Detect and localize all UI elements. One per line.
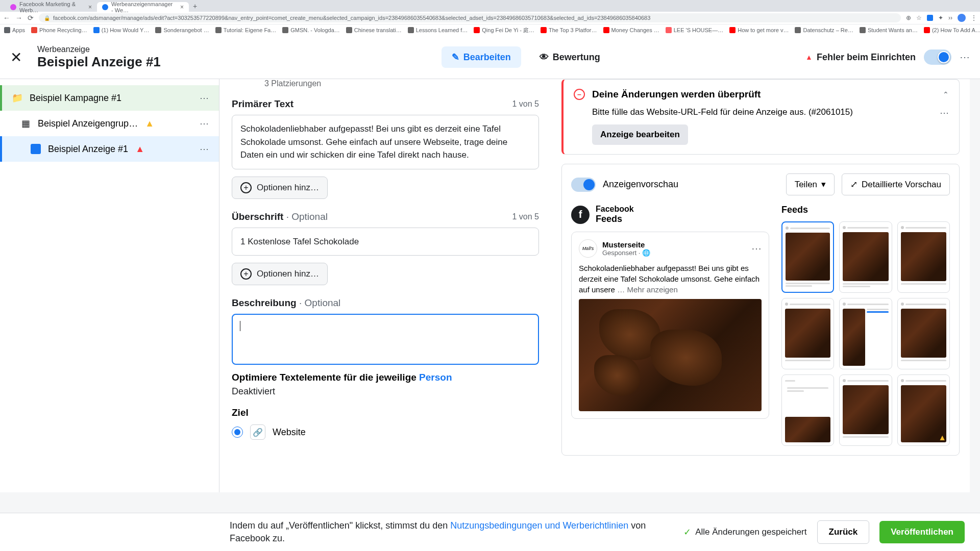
sidebar-item-adset[interactable]: ▦ Beispiel Anzeigengrup… ▲ ⋯ (0, 111, 219, 136)
warning-icon: ▲ (938, 433, 946, 442)
share-button[interactable]: Teilen ▾ (786, 173, 835, 195)
terms-link[interactable]: Nutzungsbedingungen und Werberichtlinien (450, 520, 628, 531)
radio-selected-icon (232, 427, 243, 438)
tab-edit[interactable]: ✎ Bearbeiten (442, 46, 521, 68)
bookmark-item[interactable]: Sonderangebot … (155, 27, 209, 33)
alert-menu[interactable]: ⋯ (940, 107, 949, 118)
placement-thumbnail[interactable] (839, 374, 892, 446)
placement-thumbnail[interactable] (781, 221, 834, 293)
facebook-icon: f (571, 206, 590, 224)
sidebar-item-campaign[interactable]: 📁 Beispiel Kampagne #1 ⋯ (0, 85, 219, 111)
pencil-icon: ✎ (452, 52, 459, 63)
ad-image-preview (579, 299, 762, 411)
extension-icon[interactable] (927, 15, 933, 21)
browser-tab[interactable]: Facebook Marketing & Werb… × (5, 2, 97, 12)
setup-error-badge[interactable]: ▲ Fehler beim Einrichten (805, 52, 916, 63)
bookmark-item[interactable]: (2) How To Add A… (924, 27, 980, 33)
ad-editor: 3 Platzierungen Primärer Text 1 von 5 Sc… (219, 79, 551, 492)
publish-button[interactable]: Veröffentlichen (879, 521, 965, 543)
url-actions: ⊕ ☆ ✦ ›› ⋮ (906, 14, 977, 22)
preview-main: f Facebook Feeds Mall's Musterseite Gesp… (571, 205, 769, 446)
back-button[interactable]: ← (3, 14, 10, 22)
puzzle-icon[interactable]: ✦ (938, 14, 943, 21)
new-tab-button[interactable]: + (189, 2, 201, 12)
item-menu[interactable]: ⋯ (200, 143, 209, 155)
primary-text-label: Primärer Text (232, 98, 293, 110)
bookmark-item[interactable]: Phone Recycling… (31, 27, 87, 33)
edit-ad-button[interactable]: Anzeige bearbeiten (592, 124, 688, 145)
more-menu[interactable]: ⋯ (960, 51, 970, 63)
nav-bar: ← → ⟳ 🔒 facebook.com/adsmanager/manage/a… (0, 12, 980, 24)
back-button[interactable]: Zurück (817, 520, 870, 544)
close-icon[interactable]: × (88, 4, 92, 11)
bookmark-item[interactable]: Money Changes … (603, 27, 659, 33)
alert-title: Deine Änderungen werden überprüft (592, 89, 936, 100)
tab-review[interactable]: 👁 Bewertung (529, 46, 610, 68)
add-primary-options-button[interactable]: + Optionen hinz… (232, 177, 328, 199)
tab-favicon-icon (102, 4, 108, 10)
ad-preview-mock: Mall's Musterseite Gesponsert · 🌐 ⋯ Scho… (571, 232, 769, 419)
close-button[interactable]: ✕ (10, 49, 22, 66)
placement-thumbnail[interactable] (781, 298, 834, 369)
destination-option-website[interactable]: 🔗 Website (232, 424, 539, 440)
status-toggle[interactable] (924, 49, 951, 65)
placement-thumbnail[interactable] (897, 221, 950, 293)
bookmark-item[interactable]: Lessons Learned f… (408, 27, 468, 33)
more-icon[interactable]: ›› (948, 14, 952, 21)
placement-thumbnail[interactable]: ▲ (897, 374, 950, 446)
tab-bar: Facebook Marketing & Werb… × Werbeanzeig… (0, 0, 980, 12)
detailed-preview-button[interactable]: ⤢ Detaillierte Vorschau (842, 173, 950, 195)
bookmark-item[interactable]: Datenschutz – Re… (795, 27, 853, 33)
browser-tab-active[interactable]: Werbeanzeigenmanager - We… × (97, 2, 189, 12)
eye-icon: 👁 (540, 52, 549, 63)
header-tabs: ✎ Bearbeiten 👁 Bewertung (442, 46, 610, 68)
reload-button[interactable]: ⟳ (28, 14, 34, 22)
page-avatar: Mall's (579, 239, 597, 258)
bookmark-item[interactable]: The Top 3 Platfor… (541, 27, 597, 33)
close-icon[interactable]: × (180, 4, 184, 11)
minus-circle-icon: – (574, 89, 585, 100)
error-icon: ▲ (135, 144, 144, 155)
url-bar[interactable]: 🔒 facebook.com/adsmanager/manage/ads/edi… (39, 13, 901, 22)
chevron-up-icon[interactable]: ⌃ (943, 90, 949, 98)
bookmark-item[interactable]: (1) How Would Y… (93, 27, 150, 33)
bookmark-item[interactable]: Qing Fei De Yi - 庭… (474, 27, 534, 34)
bookmarks-bar: Apps Phone Recycling… (1) How Would Y… S… (0, 24, 980, 36)
bookmark-item[interactable]: Student Wants an… (860, 27, 918, 33)
menu-icon[interactable]: ⋮ (971, 14, 977, 21)
plus-circle-icon: + (240, 182, 252, 193)
star-icon[interactable]: ☆ (916, 14, 922, 21)
destination-label: Ziel (232, 407, 539, 418)
add-headline-options-button[interactable]: + Optionen hinz… (232, 263, 328, 285)
bookmark-item[interactable]: GMSN. - Vologda… (282, 27, 340, 33)
placement-thumbnail[interactable] (897, 298, 950, 369)
bookmark-item[interactable]: Chinese translati… (346, 27, 402, 33)
chevron-down-icon: ▾ (821, 179, 826, 190)
bookmark-item[interactable]: Tutorial: Eigene Fa… (215, 27, 277, 33)
description-input[interactable] (232, 314, 539, 365)
placement-thumbnail[interactable] (839, 298, 892, 369)
placement-name: Feeds (596, 214, 634, 224)
expand-icon: ⤢ (850, 179, 857, 190)
item-menu[interactable]: ⋯ (200, 118, 209, 129)
headline-count: 1 von 5 (512, 212, 539, 221)
placement-thumbnail[interactable] (839, 221, 892, 293)
campaign-tree-sidebar: 📁 Beispiel Kampagne #1 ⋯ ▦ Beispiel Anze… (0, 79, 219, 492)
preview-toggle[interactable] (571, 178, 596, 192)
bookmark-item[interactable]: How to get more v… (729, 27, 789, 33)
headline-input[interactable]: 1 Kostenlose Tafel Schokolade (232, 228, 539, 256)
primary-text-input[interactable]: Schokoladenliebhaber aufgepasst! Bei uns… (232, 115, 539, 169)
forward-button[interactable]: → (15, 14, 22, 22)
item-menu[interactable]: ⋯ (200, 92, 209, 104)
optimize-text-label: Optimiere Textelemente für die jeweilige… (232, 372, 539, 383)
description-label: Beschreibung · Optional (232, 297, 340, 309)
apps-button[interactable]: Apps (4, 27, 25, 33)
sidebar-label: Beispiel Kampagne #1 (30, 93, 121, 104)
sidebar-item-ad[interactable]: Beispiel Anzeige #1 ▲ ⋯ (0, 136, 219, 162)
placement-thumbnail[interactable] (781, 374, 834, 446)
bookmark-item[interactable]: LEE 'S HOUSE—… (666, 27, 723, 33)
zoom-icon[interactable]: ⊕ (906, 14, 911, 21)
see-more-link[interactable]: … Mehr anzeigen (617, 285, 677, 294)
right-panel: – Deine Änderungen werden überprüft ⌃ Bi… (551, 79, 970, 492)
profile-avatar[interactable] (958, 14, 966, 22)
